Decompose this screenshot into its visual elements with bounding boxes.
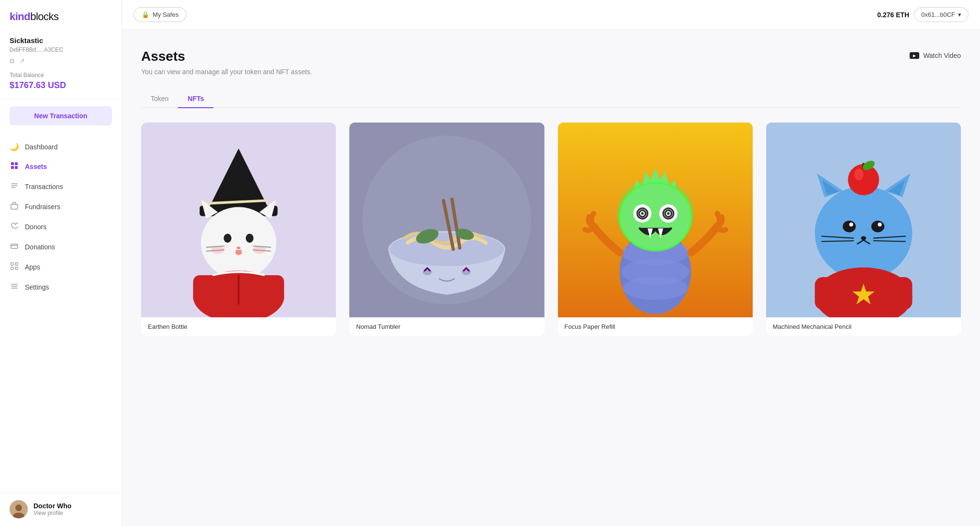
svg-rect-2 [11,166,14,169]
nft-image-focus-paper-refill [558,123,753,317]
svg-point-25 [235,250,242,255]
wallet-info: 0.276 ETH 0x61...b0CF ▾ [877,7,969,22]
svg-rect-0 [11,162,14,165]
svg-rect-7 [15,263,18,265]
svg-rect-4 [11,204,18,209]
external-link-icon[interactable]: ↗ [19,57,25,65]
svg-point-58 [641,212,643,214]
svg-point-24 [237,246,241,249]
svg-point-72 [861,236,866,240]
svg-point-80 [854,168,863,180]
new-transaction-button[interactable]: New Transaction [10,106,112,125]
nft-image-machined-mechanical-pencil [766,123,961,317]
nft-card-machined-mechanical-pencil[interactable]: Machined Mechanical Pencil [766,123,961,336]
sidebar-item-fundraisers[interactable]: Fundraisers [0,197,122,217]
svg-point-42 [462,269,471,275]
svg-rect-6 [11,263,13,265]
balance-value: $1767.63 USD [10,80,112,90]
sidebar-item-label-settings: Settings [25,283,49,291]
svg-point-21 [246,234,254,243]
nft-label-earthen-bottle: Earthen Bottle [141,317,336,336]
my-safes-label: My Safes [153,11,178,18]
sidebar-item-transactions[interactable]: Transactions [0,177,122,197]
sidebar-nav: 🌙 Dashboard Assets Transactions Fundrais… [0,133,122,492]
fundraisers-icon [10,202,19,212]
sidebar-item-label-apps: Apps [25,263,40,271]
sidebar-item-settings[interactable]: Settings [0,277,122,297]
svg-line-76 [821,241,854,241]
balance-label: Total Balance [10,72,112,78]
sidebar-item-donations[interactable]: Donations [0,237,122,257]
dashboard-icon: 🌙 [10,142,19,151]
user-profile[interactable]: Doctor Who View profile [0,492,122,526]
tab-token[interactable]: Token [141,90,178,108]
assets-icon [10,162,19,171]
my-safes-button[interactable]: 🔒 My Safes [134,7,187,22]
svg-point-63 [815,186,913,280]
content-area: Assets You can view and manage all your … [122,30,980,526]
apps-icon [10,262,19,272]
sidebar-item-label-donors: Donors [25,223,46,231]
nft-card-earthen-bottle[interactable]: Earthen Bottle [141,123,336,336]
view-profile-link[interactable]: View profile [33,510,71,516]
sidebar-item-apps[interactable]: Apps [0,257,122,277]
lock-icon: 🔒 [142,11,149,18]
nft-card-focus-paper-refill[interactable]: Focus Paper Refill [558,123,753,336]
account-address: 0x6FF8Bd.....A3CEC [10,46,112,53]
page-title: Assets [141,49,312,64]
sidebar-item-label-assets: Assets [25,163,47,170]
svg-rect-9 [15,267,18,269]
donors-icon [10,222,19,232]
eth-balance: 0.276 ETH [877,11,909,19]
svg-point-11 [15,504,22,511]
page-header-left: Assets You can view and manage all your … [141,49,312,76]
wallet-address-text: 0x61...b0CF [921,11,955,18]
svg-point-17 [201,207,276,278]
svg-point-70 [849,223,853,226]
donations-icon [10,242,19,252]
svg-rect-3 [15,166,18,169]
page-header: Assets You can view and manage all your … [141,49,961,76]
nft-label-focus-paper-refill: Focus Paper Refill [558,317,753,336]
logo-blocks: blocks [30,11,58,22]
nft-image-nomad-tumbler [349,123,544,317]
nft-label-nomad-tumbler: Nomad Tumbler [349,317,544,336]
sidebar-item-dashboard[interactable]: 🌙 Dashboard [0,137,122,157]
sidebar-item-label-fundraisers: Fundraisers [25,203,60,211]
svg-point-59 [667,212,669,214]
sidebar-item-label-transactions: Transactions [25,183,63,190]
sidebar-item-assets[interactable]: Assets [0,157,122,177]
sidebar-item-donors[interactable]: Donors [0,217,122,237]
logo-kind: kind [10,11,30,22]
avatar [10,500,28,518]
svg-rect-8 [11,267,13,269]
asset-tabs: Token NFTs [141,90,961,108]
main-content: 🔒 My Safes 0.276 ETH 0x61...b0CF ▾ Asset… [122,0,980,526]
svg-rect-1 [15,162,18,165]
svg-point-47 [623,277,688,300]
svg-point-69 [871,221,884,232]
copy-icon[interactable]: ⧉ [10,57,14,65]
page-subtitle: You can view and manage all your token a… [141,68,312,76]
svg-line-78 [873,241,906,241]
transactions-icon [10,182,19,191]
play-icon: ▶ [910,52,919,59]
nft-label-machined-mechanical-pencil: Machined Mechanical Pencil [766,317,961,336]
wallet-address-button[interactable]: 0x61...b0CF ▾ [914,7,969,22]
user-name: Doctor Who [33,502,71,510]
topbar: 🔒 My Safes 0.276 ETH 0x61...b0CF ▾ [122,0,980,30]
svg-point-20 [223,234,231,243]
nft-card-nomad-tumbler[interactable]: Nomad Tumbler [349,123,544,336]
tab-nfts[interactable]: NFTs [178,90,213,108]
nft-image-earthen-bottle [141,123,336,317]
account-icon-row: ⧉ ↗ [10,57,112,65]
watch-video-label: Watch Video [923,52,961,59]
nft-grid: Earthen Bottle [141,123,961,336]
sidebar-item-label-dashboard: Dashboard [25,143,58,151]
svg-point-71 [878,223,881,226]
svg-point-68 [843,221,856,232]
account-section: Sicktastic 0x6FF8Bd.....A3CEC ⧉ ↗ Total … [0,32,122,99]
watch-video-button[interactable]: ▶ Watch Video [910,49,961,62]
account-name: Sicktastic [10,36,112,45]
logo: kindblocks [0,0,122,32]
